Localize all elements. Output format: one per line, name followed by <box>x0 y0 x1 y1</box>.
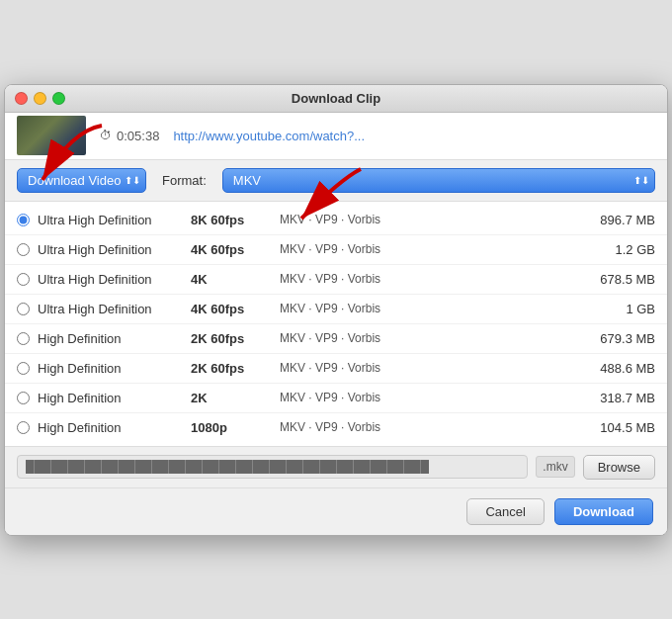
quality-size: 488.6 MB <box>576 361 655 376</box>
video-thumbnail <box>17 116 86 155</box>
quality-row: High Definition2K 60fpsMKV · VP9 · Vorbi… <box>5 324 667 354</box>
maximize-button[interactable] <box>52 92 65 105</box>
action-bar: Cancel Download <box>5 488 667 535</box>
video-url[interactable]: http://www.youtube.com/watch?... <box>173 129 365 143</box>
quality-size: 1.2 GB <box>576 242 655 257</box>
file-path-bar: .mkv Browse <box>5 447 667 488</box>
quality-codec: MKV · VP9 · Vorbis <box>280 331 576 345</box>
toolbar: Download Video Download Audio ⬆⬇ Format:… <box>5 160 667 202</box>
quality-row: High Definition1080pMKV · VP9 · Vorbis10… <box>5 413 667 442</box>
video-duration: 0:05:38 <box>117 129 159 143</box>
quality-codec: MKV · VP9 · Vorbis <box>280 242 576 256</box>
quality-radio[interactable] <box>17 421 30 434</box>
quality-category: High Definition <box>38 391 191 405</box>
quality-size: 1 GB <box>576 302 655 316</box>
download-clip-window: Download Clip ⏱ 0:05:38 http://www.youtu… <box>4 84 668 536</box>
quality-row: Ultra High Definition4KMKV · VP9 · Vorbi… <box>5 265 667 295</box>
quality-size: 318.7 MB <box>576 391 655 405</box>
quality-size: 679.3 MB <box>576 331 655 346</box>
format-select[interactable]: MKV MP4 MOV AVI <box>222 168 655 193</box>
file-path-input[interactable] <box>17 455 528 479</box>
quality-resolution: 4K 60fps <box>191 242 280 257</box>
quality-resolution: 1080p <box>191 420 280 435</box>
quality-codec: MKV · VP9 · Vorbis <box>280 391 576 404</box>
window-title: Download Clip <box>292 91 380 106</box>
format-select-wrapper: MKV MP4 MOV AVI ⬆⬇ <box>222 168 655 193</box>
info-bar: ⏱ 0:05:38 http://www.youtube.com/watch?.… <box>5 113 667 160</box>
download-type-wrapper: Download Video Download Audio ⬆⬇ <box>17 168 146 193</box>
clock-icon: ⏱ <box>100 129 112 142</box>
title-bar: Download Clip <box>5 85 667 113</box>
quality-resolution: 4K 60fps <box>191 302 280 316</box>
quality-codec: MKV · VP9 · Vorbis <box>280 361 576 375</box>
quality-codec: MKV · VP9 · Vorbis <box>280 302 576 315</box>
file-extension-badge: .mkv <box>536 456 574 478</box>
quality-radio[interactable] <box>17 303 30 315</box>
quality-resolution: 4K <box>191 272 280 287</box>
quality-codec: MKV · VP9 · Vorbis <box>280 420 576 434</box>
quality-row: Ultra High Definition8K 60fpsMKV · VP9 ·… <box>5 206 667 235</box>
quality-radio[interactable] <box>17 214 30 226</box>
quality-radio[interactable] <box>17 273 30 286</box>
quality-size: 896.7 MB <box>576 213 655 227</box>
quality-codec: MKV · VP9 · Vorbis <box>280 272 576 286</box>
quality-category: High Definition <box>38 361 191 376</box>
quality-radio[interactable] <box>17 362 30 375</box>
quality-category: Ultra High Definition <box>38 213 191 227</box>
download-button[interactable]: Download <box>554 498 653 525</box>
quality-radio[interactable] <box>17 332 30 345</box>
download-type-select[interactable]: Download Video Download Audio <box>17 168 146 193</box>
quality-resolution: 2K 60fps <box>191 361 280 376</box>
cancel-button[interactable]: Cancel <box>466 498 544 525</box>
quality-category: Ultra High Definition <box>38 242 191 257</box>
quality-radio[interactable] <box>17 392 30 404</box>
minimize-button[interactable] <box>34 92 46 105</box>
quality-resolution: 2K 60fps <box>191 331 280 346</box>
quality-category: Ultra High Definition <box>38 302 191 316</box>
quality-size: 104.5 MB <box>576 420 655 435</box>
quality-radio[interactable] <box>17 243 30 256</box>
quality-category: High Definition <box>38 331 191 346</box>
quality-list: Ultra High Definition8K 60fpsMKV · VP9 ·… <box>5 202 667 447</box>
browse-button[interactable]: Browse <box>583 455 655 480</box>
duration-info: ⏱ 0:05:38 <box>100 129 159 143</box>
window-controls <box>15 92 65 105</box>
quality-size: 678.5 MB <box>576 272 655 287</box>
quality-row: High Definition2KMKV · VP9 · Vorbis318.7… <box>5 384 667 413</box>
quality-row: Ultra High Definition4K 60fpsMKV · VP9 ·… <box>5 235 667 265</box>
quality-row: High Definition2K 60fpsMKV · VP9 · Vorbi… <box>5 354 667 384</box>
quality-category: Ultra High Definition <box>38 272 191 287</box>
quality-resolution: 2K <box>191 391 280 405</box>
quality-row: Ultra High Definition4K 60fpsMKV · VP9 ·… <box>5 295 667 324</box>
format-label: Format: <box>162 173 207 188</box>
quality-resolution: 8K 60fps <box>191 213 280 227</box>
close-button[interactable] <box>15 92 28 105</box>
quality-codec: MKV · VP9 · Vorbis <box>280 213 576 226</box>
quality-category: High Definition <box>38 420 191 435</box>
